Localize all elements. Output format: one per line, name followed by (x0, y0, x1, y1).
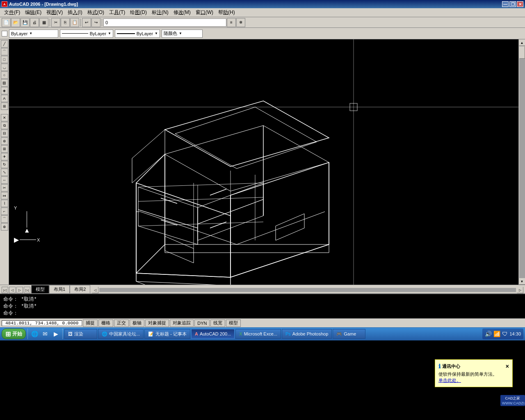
scrollbar-thumb[interactable] (519, 46, 525, 59)
taskbar-game-app[interactable]: 🎮 Game (333, 329, 365, 339)
layer-dropdown[interactable]: ByLayer ▼ (9, 30, 58, 38)
clock-display[interactable]: 14:30 (509, 331, 521, 336)
open-button[interactable]: 📂 (11, 18, 20, 27)
draw-rect-button[interactable]: □ (1, 56, 8, 63)
taskbar-notepad-app[interactable]: 📝 无标题 - 记事本 (144, 329, 190, 339)
modify-stretch-button[interactable]: ↔ (1, 176, 8, 184)
draw-text-button[interactable]: A (1, 95, 8, 102)
menu-view[interactable]: 视图(V) (44, 8, 65, 17)
lineweight-dropdown[interactable]: ByLayer ▼ (115, 30, 160, 38)
tab-model[interactable]: 模型 (31, 285, 49, 293)
new-button[interactable]: 📄 (2, 18, 11, 27)
otrack-toggle[interactable]: 对象追踪 (170, 320, 194, 327)
osnap-toggle[interactable]: 对象捕捉 (145, 320, 169, 327)
menu-help[interactable]: 帮助(H) (216, 8, 237, 17)
close-button[interactable]: ✕ (517, 1, 523, 7)
drawing-canvas[interactable]: Y ▲ ▶ X (9, 39, 518, 285)
tray-volume-icon[interactable]: 📶 (493, 331, 500, 337)
linetype-dropdown[interactable]: ByLayer ▼ (60, 30, 113, 38)
modify-scale-button[interactable]: ⤡ (1, 169, 8, 176)
layer-input[interactable] (103, 18, 226, 27)
draw-hatch-button[interactable]: ▨ (1, 79, 8, 87)
quick-media-button[interactable]: ▶ (51, 329, 61, 339)
modify-fillet-button[interactable]: ⌒ (1, 215, 8, 223)
taskbar-excel-app[interactable]: X Microsoft Exce... (235, 329, 281, 339)
menu-dimension[interactable]: 标注(N) (149, 8, 171, 17)
taskbar-autocad-app[interactable]: A AutoCAD 200... (191, 329, 235, 339)
hscroll-left-button[interactable]: ◁ (92, 287, 98, 293)
hscroll-right-button[interactable]: ▷ (517, 287, 523, 293)
grid-toggle[interactable]: 栅格 (98, 320, 113, 327)
tab-nav-prev[interactable]: ◁ (9, 287, 16, 293)
menu-tools[interactable]: 工具(T) (107, 8, 128, 17)
modify-break-button[interactable]: ⌇ (1, 200, 8, 207)
draw-region-button[interactable]: ◈ (1, 87, 8, 94)
taskbar-render-app[interactable]: 🖼 渲染 (64, 329, 97, 339)
scroll-up-button[interactable]: ▲ (519, 39, 525, 46)
tray-security-icon[interactable]: 🛡 (502, 331, 508, 337)
scroll-down-button[interactable]: ▼ (519, 278, 525, 285)
modify-trim-button[interactable]: ✂ (1, 184, 8, 192)
tab-layout2[interactable]: 布局2 (70, 285, 90, 293)
tab-nav-last[interactable]: ▷| (24, 287, 30, 293)
save-button[interactable]: 💾 (21, 18, 30, 27)
lineweight-toggle[interactable]: 线宽 (210, 320, 225, 327)
scrollbar-track[interactable] (519, 46, 525, 278)
model-toggle[interactable]: 模型 (226, 320, 241, 327)
copy-button[interactable]: ⎘ (61, 18, 70, 27)
color-dropdown[interactable]: 随颜色 ▼ (162, 30, 203, 38)
tab-nav-first[interactable]: |◁ (2, 287, 8, 293)
draw-pline-button[interactable]: ⌒ (1, 48, 8, 55)
polar-toggle[interactable]: 极轴 (130, 320, 144, 327)
modify-rotate-button[interactable]: ↻ (1, 161, 8, 168)
restore-button[interactable]: ❐ (509, 1, 516, 7)
modify-explode-button[interactable]: ⊕ (1, 223, 8, 231)
undo-button[interactable]: ↩ (82, 18, 91, 27)
minimize-button[interactable]: — (502, 1, 509, 7)
dyn-toggle[interactable]: DYN (194, 320, 210, 327)
game-icon: 🎮 (336, 331, 342, 337)
menu-file[interactable]: 文件(F) (2, 8, 23, 17)
hscroll-track[interactable] (99, 288, 516, 292)
menu-modify[interactable]: 修改(M) (171, 8, 193, 17)
snap-toggle[interactable]: 捕捉 (83, 320, 98, 327)
vertical-scrollbar[interactable]: ▲ ▼ (518, 39, 525, 285)
modify-extend-button[interactable]: ↦ (1, 192, 8, 199)
modify-move-button[interactable]: ✈ (1, 153, 8, 160)
menu-edit[interactable]: 编辑(E) (23, 8, 44, 17)
menu-draw[interactable]: 绘图(D) (128, 8, 149, 17)
layer-manager-button[interactable]: ≡ (227, 18, 236, 27)
modify-chamfer-button[interactable]: ⌐ (1, 208, 8, 215)
layer-checkbox[interactable] (2, 31, 7, 37)
taskbar-photoshop-app[interactable]: Ps Adobe Photoshop (282, 329, 332, 339)
layer-freeze-button[interactable]: ❄ (236, 18, 245, 27)
tab-nav-next[interactable]: ▷ (16, 287, 23, 293)
draw-line-button[interactable]: ╱ (1, 40, 8, 48)
ortho-toggle[interactable]: 正交 (114, 320, 129, 327)
start-button[interactable]: ⊞ 开始 (2, 329, 26, 339)
cut-button[interactable]: ✂ (51, 18, 60, 27)
menu-window[interactable]: 窗口(W) (193, 8, 216, 17)
command-window[interactable]: 命令： *取消* 命令： *取消* 命令： (0, 294, 525, 318)
notification-close-button[interactable]: × (506, 363, 509, 370)
modify-erase-button[interactable]: ✕ (1, 114, 8, 121)
taskbar-cad-forum-app[interactable]: 🌐 中国家具论坛... (98, 329, 144, 339)
insert-block-button[interactable]: ⊞ (1, 103, 8, 110)
tab-layout1[interactable]: 布局1 (49, 285, 70, 293)
paste-button[interactable]: 📋 (70, 18, 79, 27)
tray-network-icon[interactable]: 🔊 (485, 331, 492, 337)
modify-offset-button[interactable]: ⊛ (1, 137, 8, 145)
draw-circle-button[interactable]: ○ (1, 71, 8, 79)
quick-email-button[interactable]: ✉ (40, 329, 50, 339)
menu-insert[interactable]: 插入(I) (65, 8, 84, 17)
plot-button[interactable]: ▦ (39, 18, 48, 27)
redo-button[interactable]: ↪ (91, 18, 100, 27)
quick-ie-button[interactable]: 🌐 (30, 329, 39, 339)
print-button[interactable]: 🖨 (30, 18, 39, 27)
modify-copy-button[interactable]: ⧉ (1, 122, 8, 129)
menu-format[interactable]: 格式(O) (85, 8, 107, 17)
notification-link[interactable]: 单击此处。 (438, 378, 461, 383)
modify-mirror-button[interactable]: ⊟ (1, 130, 8, 137)
draw-arc-button[interactable]: ◡ (1, 64, 8, 71)
modify-array-button[interactable]: ⊞ (1, 145, 8, 153)
